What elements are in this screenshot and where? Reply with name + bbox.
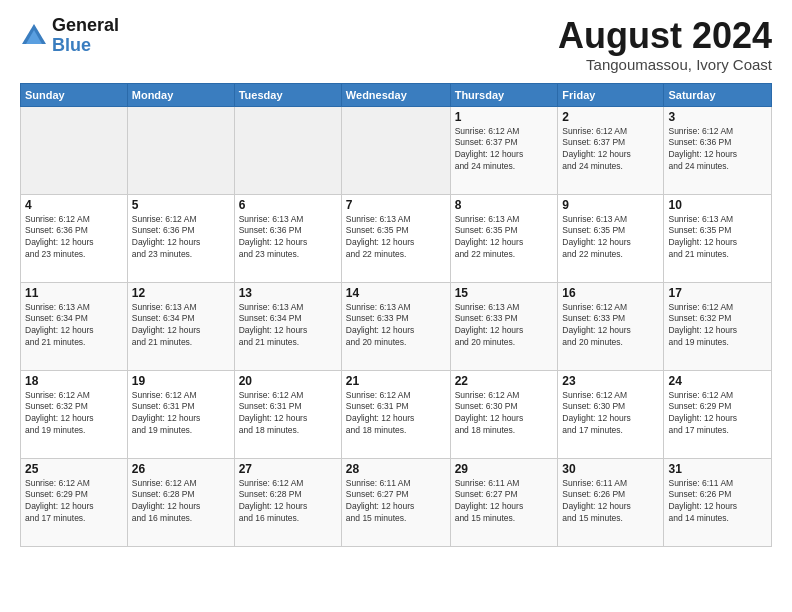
calendar-day-cell: 3Sunrise: 6:12 AM Sunset: 6:36 PM Daylig… (664, 106, 772, 194)
calendar-day-cell: 31Sunrise: 6:11 AM Sunset: 6:26 PM Dayli… (664, 458, 772, 546)
day-number: 17 (668, 286, 767, 300)
day-number: 25 (25, 462, 123, 476)
calendar-day-cell: 7Sunrise: 6:13 AM Sunset: 6:35 PM Daylig… (341, 194, 450, 282)
day-number: 12 (132, 286, 230, 300)
calendar-week-row: 25Sunrise: 6:12 AM Sunset: 6:29 PM Dayli… (21, 458, 772, 546)
day-info: Sunrise: 6:12 AM Sunset: 6:28 PM Dayligh… (132, 478, 230, 526)
day-number: 11 (25, 286, 123, 300)
day-number: 1 (455, 110, 554, 124)
calendar-week-row: 1Sunrise: 6:12 AM Sunset: 6:37 PM Daylig… (21, 106, 772, 194)
day-info: Sunrise: 6:13 AM Sunset: 6:33 PM Dayligh… (455, 302, 554, 350)
calendar-day-cell: 4Sunrise: 6:12 AM Sunset: 6:36 PM Daylig… (21, 194, 128, 282)
day-number: 31 (668, 462, 767, 476)
day-info: Sunrise: 6:13 AM Sunset: 6:33 PM Dayligh… (346, 302, 446, 350)
calendar-day-header: Thursday (450, 83, 558, 106)
day-info: Sunrise: 6:12 AM Sunset: 6:31 PM Dayligh… (132, 390, 230, 438)
calendar-day-header: Wednesday (341, 83, 450, 106)
logo-icon (20, 22, 48, 50)
day-info: Sunrise: 6:13 AM Sunset: 6:34 PM Dayligh… (239, 302, 337, 350)
calendar-day-cell: 12Sunrise: 6:13 AM Sunset: 6:34 PM Dayli… (127, 282, 234, 370)
calendar-day-cell: 1Sunrise: 6:12 AM Sunset: 6:37 PM Daylig… (450, 106, 558, 194)
day-number: 19 (132, 374, 230, 388)
day-number: 8 (455, 198, 554, 212)
day-info: Sunrise: 6:12 AM Sunset: 6:29 PM Dayligh… (668, 390, 767, 438)
calendar-day-cell: 30Sunrise: 6:11 AM Sunset: 6:26 PM Dayli… (558, 458, 664, 546)
calendar-week-row: 11Sunrise: 6:13 AM Sunset: 6:34 PM Dayli… (21, 282, 772, 370)
day-number: 24 (668, 374, 767, 388)
calendar-day-cell (341, 106, 450, 194)
calendar-day-cell: 15Sunrise: 6:13 AM Sunset: 6:33 PM Dayli… (450, 282, 558, 370)
calendar-day-cell: 2Sunrise: 6:12 AM Sunset: 6:37 PM Daylig… (558, 106, 664, 194)
calendar-day-cell (127, 106, 234, 194)
calendar-day-header: Tuesday (234, 83, 341, 106)
day-number: 27 (239, 462, 337, 476)
calendar-day-header: Monday (127, 83, 234, 106)
day-number: 6 (239, 198, 337, 212)
month-year: August 2024 (558, 16, 772, 56)
calendar-day-cell: 17Sunrise: 6:12 AM Sunset: 6:32 PM Dayli… (664, 282, 772, 370)
logo-text: General Blue (52, 16, 119, 56)
calendar-day-cell: 23Sunrise: 6:12 AM Sunset: 6:30 PM Dayli… (558, 370, 664, 458)
day-number: 28 (346, 462, 446, 476)
day-number: 30 (562, 462, 659, 476)
calendar-day-cell: 10Sunrise: 6:13 AM Sunset: 6:35 PM Dayli… (664, 194, 772, 282)
calendar-day-header: Sunday (21, 83, 128, 106)
calendar-day-cell: 20Sunrise: 6:12 AM Sunset: 6:31 PM Dayli… (234, 370, 341, 458)
day-info: Sunrise: 6:11 AM Sunset: 6:27 PM Dayligh… (455, 478, 554, 526)
day-number: 20 (239, 374, 337, 388)
calendar-day-cell: 19Sunrise: 6:12 AM Sunset: 6:31 PM Dayli… (127, 370, 234, 458)
calendar-day-cell: 24Sunrise: 6:12 AM Sunset: 6:29 PM Dayli… (664, 370, 772, 458)
calendar-day-cell: 5Sunrise: 6:12 AM Sunset: 6:36 PM Daylig… (127, 194, 234, 282)
calendar-day-cell: 9Sunrise: 6:13 AM Sunset: 6:35 PM Daylig… (558, 194, 664, 282)
calendar-day-cell: 29Sunrise: 6:11 AM Sunset: 6:27 PM Dayli… (450, 458, 558, 546)
calendar-header-row: SundayMondayTuesdayWednesdayThursdayFrid… (21, 83, 772, 106)
calendar-day-cell: 6Sunrise: 6:13 AM Sunset: 6:36 PM Daylig… (234, 194, 341, 282)
day-info: Sunrise: 6:12 AM Sunset: 6:31 PM Dayligh… (346, 390, 446, 438)
calendar-day-header: Saturday (664, 83, 772, 106)
day-number: 5 (132, 198, 230, 212)
day-number: 29 (455, 462, 554, 476)
calendar-day-cell: 22Sunrise: 6:12 AM Sunset: 6:30 PM Dayli… (450, 370, 558, 458)
day-number: 9 (562, 198, 659, 212)
location: Tangoumassou, Ivory Coast (558, 56, 772, 73)
day-number: 13 (239, 286, 337, 300)
calendar-table: SundayMondayTuesdayWednesdayThursdayFrid… (20, 83, 772, 547)
calendar-day-cell: 26Sunrise: 6:12 AM Sunset: 6:28 PM Dayli… (127, 458, 234, 546)
day-number: 18 (25, 374, 123, 388)
day-number: 21 (346, 374, 446, 388)
day-info: Sunrise: 6:13 AM Sunset: 6:34 PM Dayligh… (25, 302, 123, 350)
calendar-day-cell: 27Sunrise: 6:12 AM Sunset: 6:28 PM Dayli… (234, 458, 341, 546)
title-section: August 2024 Tangoumassou, Ivory Coast (558, 16, 772, 73)
calendar-day-cell: 8Sunrise: 6:13 AM Sunset: 6:35 PM Daylig… (450, 194, 558, 282)
day-number: 14 (346, 286, 446, 300)
calendar-week-row: 4Sunrise: 6:12 AM Sunset: 6:36 PM Daylig… (21, 194, 772, 282)
day-info: Sunrise: 6:12 AM Sunset: 6:29 PM Dayligh… (25, 478, 123, 526)
calendar-day-cell: 18Sunrise: 6:12 AM Sunset: 6:32 PM Dayli… (21, 370, 128, 458)
day-number: 2 (562, 110, 659, 124)
day-number: 22 (455, 374, 554, 388)
day-number: 26 (132, 462, 230, 476)
logo: General Blue (20, 16, 119, 56)
calendar-day-cell: 28Sunrise: 6:11 AM Sunset: 6:27 PM Dayli… (341, 458, 450, 546)
day-info: Sunrise: 6:12 AM Sunset: 6:37 PM Dayligh… (455, 126, 554, 174)
calendar-day-cell (21, 106, 128, 194)
day-info: Sunrise: 6:12 AM Sunset: 6:30 PM Dayligh… (455, 390, 554, 438)
day-info: Sunrise: 6:12 AM Sunset: 6:36 PM Dayligh… (668, 126, 767, 174)
calendar-day-cell: 11Sunrise: 6:13 AM Sunset: 6:34 PM Dayli… (21, 282, 128, 370)
day-info: Sunrise: 6:13 AM Sunset: 6:35 PM Dayligh… (346, 214, 446, 262)
day-info: Sunrise: 6:12 AM Sunset: 6:32 PM Dayligh… (25, 390, 123, 438)
calendar-day-cell: 14Sunrise: 6:13 AM Sunset: 6:33 PM Dayli… (341, 282, 450, 370)
day-info: Sunrise: 6:12 AM Sunset: 6:33 PM Dayligh… (562, 302, 659, 350)
calendar-week-row: 18Sunrise: 6:12 AM Sunset: 6:32 PM Dayli… (21, 370, 772, 458)
day-number: 16 (562, 286, 659, 300)
day-info: Sunrise: 6:13 AM Sunset: 6:35 PM Dayligh… (562, 214, 659, 262)
day-info: Sunrise: 6:13 AM Sunset: 6:34 PM Dayligh… (132, 302, 230, 350)
header: General Blue August 2024 Tangoumassou, I… (20, 16, 772, 73)
day-info: Sunrise: 6:13 AM Sunset: 6:35 PM Dayligh… (668, 214, 767, 262)
day-number: 15 (455, 286, 554, 300)
day-info: Sunrise: 6:11 AM Sunset: 6:26 PM Dayligh… (668, 478, 767, 526)
calendar-day-cell: 16Sunrise: 6:12 AM Sunset: 6:33 PM Dayli… (558, 282, 664, 370)
logo-general: General (52, 16, 119, 36)
calendar-day-cell (234, 106, 341, 194)
day-info: Sunrise: 6:12 AM Sunset: 6:30 PM Dayligh… (562, 390, 659, 438)
